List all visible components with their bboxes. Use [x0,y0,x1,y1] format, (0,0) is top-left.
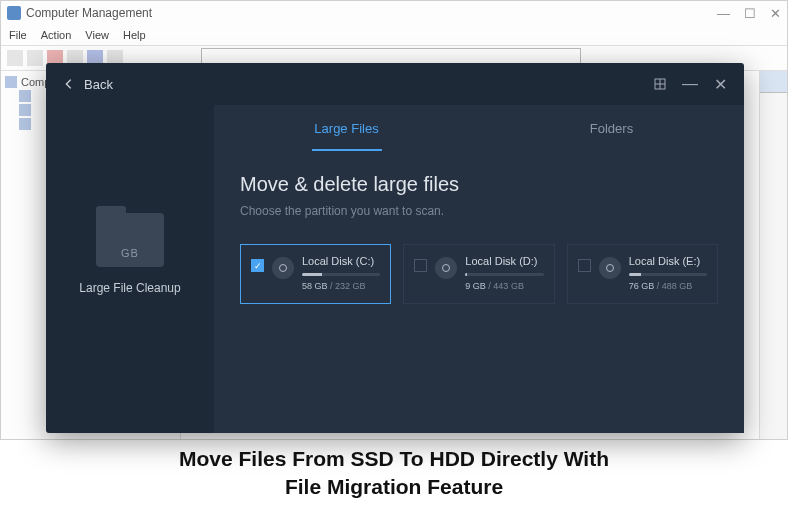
content-title: Move & delete large files [240,173,718,196]
bg-tool-icon[interactable] [27,50,43,66]
bg-menu-file[interactable]: File [9,29,27,41]
disk-usage-bar [629,273,707,276]
disk-drive-icon [435,257,457,279]
app-main: Large Files Folders Move & delete large … [214,105,744,433]
bg-menubar: File Action View Help [1,25,787,45]
bg-app-icon [7,6,21,20]
article-caption: Move Files From SSD To HDD Directly With… [0,445,788,502]
tab-large-files[interactable]: Large Files [214,105,479,151]
disk-checkbox[interactable] [578,259,591,272]
disk-usage-bar [302,273,380,276]
disk-usage-bar [465,273,543,276]
content-subtitle: Choose the partition you want to scan. [240,204,718,218]
disk-checkbox[interactable] [414,259,427,272]
bg-right-panel [759,71,787,439]
disk-name: Local Disk (C:) [302,255,380,267]
disk-name: Local Disk (E:) [629,255,707,267]
tab-folders[interactable]: Folders [479,105,744,151]
disk-size: 9 GB / 443 GB [465,281,543,291]
tabs: Large Files Folders [214,105,744,151]
bg-close-button[interactable]: ✕ [770,6,781,21]
disk-e[interactable]: Local Disk (E:) 76 GB / 488 GB [567,244,718,304]
app-titlebar: Back — ✕ [46,63,744,105]
back-button[interactable]: Back [62,77,113,92]
disk-checkbox[interactable] [251,259,264,272]
back-label: Back [84,77,113,92]
bg-menu-view[interactable]: View [85,29,109,41]
disk-list: Local Disk (C:) 58 GB / 232 GB Local Dis… [240,244,718,304]
disk-drive-icon [272,257,294,279]
bg-titlebar: Computer Management — ☐ ✕ [1,1,787,25]
app-sidebar: GB Large File Cleanup [46,105,214,433]
bg-title: Computer Management [26,6,152,20]
large-file-folder-icon: GB [96,213,164,267]
app-close-button[interactable]: ✕ [712,76,728,92]
bg-menu-action[interactable]: Action [41,29,72,41]
bg-tool-icon[interactable] [7,50,23,66]
folder-badge: GB [121,247,139,259]
disk-c[interactable]: Local Disk (C:) 58 GB / 232 GB [240,244,391,304]
back-arrow-icon [62,77,76,91]
disk-d[interactable]: Local Disk (D:) 9 GB / 443 GB [403,244,554,304]
app-restore-button[interactable] [652,76,668,92]
sidebar-label: Large File Cleanup [79,281,180,295]
bg-menu-help[interactable]: Help [123,29,146,41]
app-minimize-button[interactable]: — [682,76,698,92]
disk-size: 58 GB / 232 GB [302,281,380,291]
bg-maximize-button[interactable]: ☐ [744,6,756,21]
disk-name: Local Disk (D:) [465,255,543,267]
disk-size: 76 GB / 488 GB [629,281,707,291]
disk-drive-icon [599,257,621,279]
cleanup-app: Back — ✕ GB Large File Cleanup Large Fil… [46,63,744,433]
bg-minimize-button[interactable]: — [717,6,730,21]
